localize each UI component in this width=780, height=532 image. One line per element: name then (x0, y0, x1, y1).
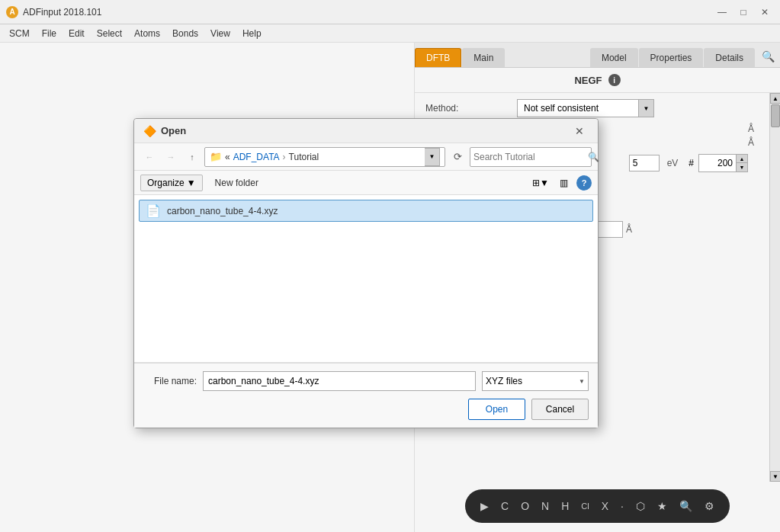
cancel-button[interactable]: Cancel (531, 399, 589, 420)
file-icon: 📄 (146, 204, 161, 218)
organize-label: Organize (147, 178, 185, 188)
nav-bar: ← → ↑ 📁 « ADF_DATA › Tutorial ▼ ⟳ 🔍 (134, 143, 598, 171)
nav-up-button[interactable]: ↑ (183, 148, 201, 166)
dialog-overlay: 🔶 Open ✕ ← → ↑ 📁 « ADF_DATA › Tutorial ▼… (0, 0, 780, 532)
view-controls: ⊞▼ ▥ ? (531, 175, 592, 191)
open-dialog: 🔶 Open ✕ ← → ↑ 📁 « ADF_DATA › Tutorial ▼… (133, 118, 599, 428)
open-button[interactable]: Open (468, 399, 525, 420)
view-help-button[interactable]: ? (576, 175, 592, 191)
file-list-area: 📄 carbon_nano_tube_4-4.xyz (134, 195, 598, 363)
dialog-title-bar: 🔶 Open ✕ (134, 119, 598, 143)
nav-back-button[interactable]: ← (140, 148, 159, 166)
breadcrumb-folder-icon: 📁 (210, 151, 222, 162)
search-box: 🔍 (470, 147, 592, 167)
breadcrumb-adfdata[interactable]: ADF_DATA (233, 152, 280, 162)
organize-arrow: ▼ (187, 178, 196, 188)
view-columns-button[interactable]: ▥ (554, 175, 573, 191)
dialog-title-text: Open (161, 125, 186, 136)
dialog-bottom: File name: XYZ files ▼ Open Cancel (134, 363, 598, 428)
dialog-title-icon: 🔶 (143, 125, 156, 137)
filename-row: File name: XYZ files ▼ (143, 371, 589, 391)
breadcrumb-dropdown[interactable]: ▼ (425, 148, 440, 166)
filetype-arrow: ▼ (579, 378, 585, 385)
file-item[interactable]: 📄 carbon_nano_tube_4-4.xyz (139, 200, 593, 222)
filename-label: File name: (143, 376, 197, 386)
file-name: carbon_nano_tube_4-4.xyz (167, 206, 278, 216)
breadcrumb-bar: 📁 « ADF_DATA › Tutorial ▼ (204, 147, 445, 167)
dialog-close-button[interactable]: ✕ (570, 123, 589, 139)
breadcrumb-sep: › (283, 152, 286, 162)
breadcrumb-prefix: « (225, 152, 230, 162)
view-grid-button[interactable]: ⊞▼ (531, 175, 550, 191)
dialog-toolbar: Organize ▼ New folder ⊞▼ ▥ ? (134, 171, 598, 195)
dialog-actions: Open Cancel (143, 399, 589, 420)
nav-refresh-button[interactable]: ⟳ (448, 148, 467, 166)
search-input[interactable] (473, 152, 588, 162)
nav-forward-button[interactable]: → (162, 148, 180, 166)
filename-input[interactable] (203, 371, 476, 391)
breadcrumb-tutorial: Tutorial (289, 152, 319, 162)
filetype-select[interactable]: XYZ files ▼ (482, 371, 589, 391)
filetype-value: XYZ files (486, 376, 522, 386)
organize-button[interactable]: Organize ▼ (140, 175, 203, 191)
search-magnifier-icon: 🔍 (588, 152, 599, 162)
new-folder-button[interactable]: New folder (209, 175, 265, 191)
